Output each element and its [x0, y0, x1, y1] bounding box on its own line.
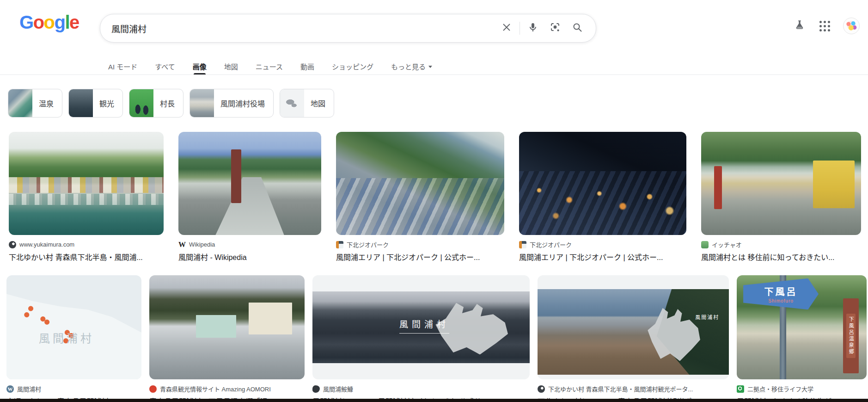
result-source: イッチャオ	[712, 241, 742, 248]
sign-kanji-label: 下風呂	[764, 284, 798, 298]
tab-ai-mode[interactable]: AI モード	[108, 58, 137, 74]
result-title[interactable]: 下北ゆかい村 青森県下北半島・風間浦...	[9, 251, 164, 262]
result-thumbnail-harbor-day[interactable]	[9, 132, 164, 235]
chip-village-office[interactable]: 風間浦村役場	[189, 89, 274, 118]
google-lens-icon	[550, 22, 561, 35]
chip-sightseeing[interactable]: 観光	[68, 89, 123, 118]
result-thumbnail-access-map[interactable]: 風間浦村	[6, 275, 141, 379]
image-result[interactable]: 風間浦村 風間浦鮟鱇 風間浦村について - 風間浦鮟鱇（あんこう）公式サイト	[312, 275, 530, 402]
result-title[interactable]: 風間浦エリア | 下北ジオパーク | 公式ホー...	[519, 251, 686, 262]
sign-romaji-label: Shimofuro	[768, 298, 794, 303]
result-thumbnail-snowy-street[interactable]	[149, 275, 305, 379]
chip-mayor[interactable]: 村長	[129, 89, 183, 118]
yellow-hotel-overlay	[813, 161, 855, 208]
blue-road-sign-overlay: 下風呂 Shimofuro	[743, 278, 819, 310]
result-thumbnail-sea-cliff-town[interactable]: 風間浦村	[538, 275, 729, 379]
account-avatar[interactable]	[843, 18, 860, 34]
result-title[interactable]: 風間浦村 - Wikipedia	[178, 251, 321, 262]
chip-onsen[interactable]: 温泉	[8, 89, 62, 118]
result-title[interactable]: 風間浦エリア | 下北ジオパーク | 公式ホー...	[336, 251, 504, 262]
result-source: 風間浦村	[17, 385, 41, 393]
tab-more[interactable]: もっと見る	[391, 58, 432, 74]
geopark-favicon	[336, 241, 343, 248]
search-submit-button[interactable]	[566, 17, 588, 39]
result-source: Wikipedia	[189, 241, 215, 248]
search-bar[interactable]: 風間浦村	[100, 14, 596, 43]
search-labs-button[interactable]	[793, 19, 806, 32]
result-thumbnail-village-road[interactable]	[178, 132, 321, 235]
yukaimura-favicon	[9, 241, 16, 248]
image-result[interactable]: 下風呂 Shimofuro 下風呂温泉郷 二拠点・移住ライフ大学 風間浦村 | …	[737, 275, 867, 402]
tab-label: 地図	[224, 62, 238, 71]
result-thumbnail-panorama-mountains[interactable]: 風間浦村	[312, 275, 530, 379]
google-logo[interactable]: Google	[19, 12, 79, 32]
result-source: 下北ジオパーク	[347, 241, 389, 248]
chip-thumbnail	[8, 89, 32, 117]
image-result[interactable]: www.yukaimura.com 下北ゆかい村 青森県下北半島・風間浦...	[9, 132, 164, 262]
image-result[interactable]: 青森県観光情報サイト Amazing AOMORI 青森県風間浦村・下風呂温泉郷…	[149, 275, 305, 402]
result-source: 下北ゆかい村 青森県下北半島・風間浦村観光ポータ...	[548, 385, 693, 393]
village-name-overlay: 風間浦村	[399, 317, 449, 334]
image-result[interactable]: W Wikipedia 風間浦村 - Wikipedia	[178, 132, 321, 262]
wordpress-favicon: W	[6, 385, 14, 393]
clear-search-button[interactable]	[495, 17, 518, 39]
tabs-divider	[0, 74, 868, 75]
logo-letter: g	[55, 12, 65, 32]
icchao-favicon	[701, 241, 709, 248]
tab-videos[interactable]: 動画	[300, 58, 314, 74]
iju-life-favicon	[737, 385, 744, 393]
chip-map[interactable]: 地図	[280, 89, 334, 118]
image-result[interactable]: 下北ジオパーク 風間浦エリア | 下北ジオパーク | 公式ホー...	[336, 132, 504, 262]
tab-images[interactable]: 画像	[193, 58, 207, 74]
logo-letter: G	[19, 12, 33, 32]
result-thumbnail-coast-aerial-day[interactable]	[336, 132, 504, 235]
chip-label: 温泉	[32, 98, 62, 109]
result-type-tabs: AI モード すべて 画像 地図 ニュース 動画 ショッピング もっと見る	[108, 58, 432, 74]
related-filter-chips: 温泉 観光 村長 風間浦村役場 地図	[8, 89, 334, 118]
boats-overlay	[9, 194, 164, 205]
chip-label: 村長	[153, 98, 183, 109]
header-actions	[793, 18, 860, 34]
onsen-sign-tower-overlay: 下風呂温泉郷	[843, 298, 859, 373]
tab-news[interactable]: ニュース	[256, 58, 283, 74]
map-pins	[6, 275, 141, 379]
result-source-line: 風間浦鮟鱇	[312, 385, 530, 393]
result-source-line: W 風間浦村	[6, 385, 141, 393]
cream-building-overlay	[249, 303, 292, 335]
tab-label: AI モード	[108, 62, 137, 71]
chip-thumbnail	[190, 89, 214, 117]
image-result[interactable]: 下北ジオパーク 風間浦エリア | 下北ジオパーク | 公式ホー...	[519, 132, 686, 262]
result-title[interactable]: 風間浦村とは 移住前に知っておきたい...	[701, 251, 861, 262]
image-search-button[interactable]	[544, 17, 566, 39]
magnifier-icon	[572, 22, 583, 35]
tab-all[interactable]: すべて	[155, 58, 175, 74]
chip-label: 風間浦村役場	[214, 98, 273, 109]
result-source-line: www.yukaimura.com	[9, 241, 164, 248]
onsen-tower-label: 下風呂温泉郷	[846, 314, 856, 358]
result-thumbnail-shimofuro-sign[interactable]: 下風呂 Shimofuro 下風呂温泉郷	[737, 275, 867, 379]
tab-maps[interactable]: 地図	[224, 58, 238, 74]
tab-shopping[interactable]: ショッピング	[332, 58, 373, 74]
result-thumbnail-onsen-street[interactable]	[701, 132, 861, 235]
voice-search-button[interactable]	[522, 17, 544, 39]
result-source: 下北ジオパーク	[530, 241, 572, 248]
result-source-line: 二拠点・移住ライフ大学	[737, 385, 867, 393]
logo-letter: o	[44, 12, 55, 32]
chip-thumbnail	[280, 89, 304, 117]
labs-flask-icon	[794, 19, 806, 33]
result-source: 青森県観光情報サイト Amazing AOMORI	[160, 385, 271, 393]
image-result[interactable]: 風間浦村 下北ゆかい村 青森県下北半島・風間浦村観光ポータ... 下北ゆかい村に…	[538, 275, 729, 402]
red-sign-overlay	[714, 166, 722, 210]
google-apps-button[interactable]	[818, 19, 831, 32]
image-result[interactable]: イッチャオ 風間浦村とは 移住前に知っておきたい...	[701, 132, 861, 262]
tab-label: もっと見る	[391, 62, 426, 71]
result-thumbnail-coast-aerial-night[interactable]	[519, 132, 686, 235]
image-result[interactable]: 風間浦村 W 風間浦村 交通アクセス - 青森県風間浦村	[6, 275, 141, 402]
chip-thumbnail	[129, 89, 153, 117]
result-source-line: 下北ゆかい村 青森県下北半島・風間浦村観光ポータ...	[538, 385, 729, 393]
bottom-taskbar-strip	[0, 399, 868, 402]
search-input[interactable]: 風間浦村	[100, 22, 495, 35]
tab-label: 動画	[300, 62, 314, 71]
mint-building-overlay	[196, 315, 236, 338]
chip-label: 観光	[93, 98, 122, 109]
